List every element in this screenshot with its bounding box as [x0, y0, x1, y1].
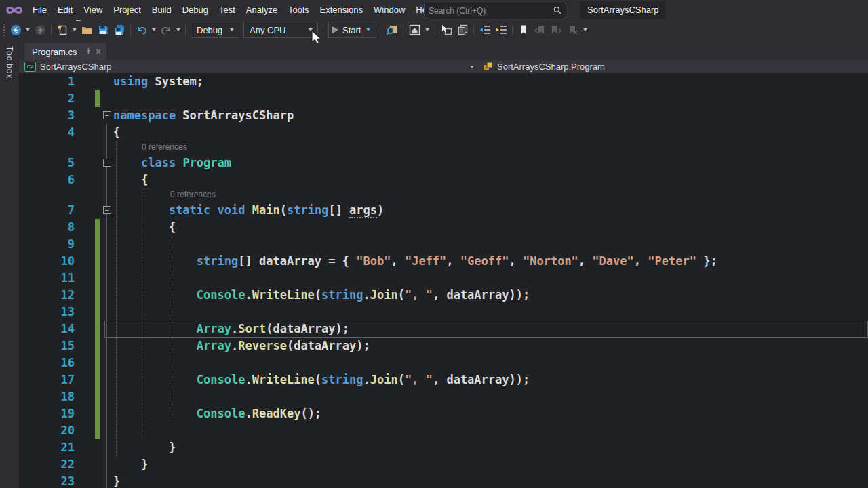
search-box[interactable]: [424, 3, 566, 18]
redo-dropdown-icon[interactable]: [176, 28, 180, 31]
type-dropdown[interactable]: SortArraysCSharp.Program: [483, 60, 605, 73]
fold-collapse-icon[interactable]: −: [103, 206, 111, 214]
indent-guide: [144, 188, 144, 439]
menu-item-extensions[interactable]: Extensions: [314, 0, 368, 20]
solution-platform-dropdown[interactable]: Any CPU: [243, 22, 318, 38]
toolbar-options-icon[interactable]: [425, 28, 429, 31]
start-debugging-button[interactable]: Start: [328, 22, 376, 38]
code-line-7[interactable]: 7− static void Main(string[] args): [19, 202, 868, 219]
toolbar-grip[interactable]: [3, 24, 5, 36]
line-number: 17: [19, 371, 75, 388]
fold-collapse-icon[interactable]: −: [103, 111, 111, 119]
code-editor[interactable]: 1using System;23−namespace SortArraysCSh…: [19, 73, 868, 488]
code-line-22[interactable]: 22 }: [19, 456, 868, 473]
code-line-17[interactable]: 17 Console.WriteLine(string.Join(", ", d…: [19, 371, 868, 388]
change-tracking-bar: [95, 304, 100, 321]
line-number: 10: [19, 253, 75, 270]
open-folder-button[interactable]: [79, 22, 95, 38]
menu-item-view[interactable]: View: [78, 0, 108, 20]
toolbar-separator: [512, 24, 513, 36]
menu-item-window[interactable]: Window: [368, 0, 410, 20]
save-button[interactable]: [95, 22, 111, 38]
line-number: 7: [19, 202, 75, 219]
change-tracking-bar: [95, 90, 100, 107]
code-line-3[interactable]: 3−namespace SortArraysCSharp: [19, 107, 868, 124]
project-dropdown[interactable]: C# SortArraysCSharp: [24, 60, 111, 73]
code-line-13[interactable]: 13: [19, 304, 868, 321]
code-line-23[interactable]: 23}: [19, 473, 868, 488]
code-line-10[interactable]: 10 string[] dataArray = { "Bob", "Jeff",…: [19, 253, 868, 270]
toolbar-overflow-icon[interactable]: [583, 28, 587, 31]
clear-bookmarks-button[interactable]: [564, 22, 580, 38]
pin-icon[interactable]: [85, 47, 92, 56]
next-bookmark-button[interactable]: [548, 22, 564, 38]
codelens-references-link[interactable]: 0 references: [170, 190, 216, 199]
line-number: 19: [19, 405, 75, 422]
line-number: 5: [19, 155, 75, 171]
code-line-16[interactable]: 16: [19, 354, 868, 371]
change-tracking-bar: [95, 253, 100, 270]
start-dropdown-icon[interactable]: [366, 28, 370, 31]
code-line-20[interactable]: 20: [19, 422, 868, 439]
solution-configuration-dropdown[interactable]: Debug: [191, 22, 239, 38]
save-all-button[interactable]: [111, 22, 127, 38]
menu-item-analyze[interactable]: Analyze: [241, 0, 283, 20]
type-name: SortArraysCSharp.Program: [497, 62, 605, 72]
menu-item-test[interactable]: Test: [214, 0, 241, 20]
code-line-4[interactable]: 4{: [19, 124, 868, 141]
navigation-bar: C# SortArraysCSharp SortArraysCSharp.Pro…: [19, 60, 868, 73]
navigate-back-dropdown-icon[interactable]: [26, 28, 30, 31]
code-line-18[interactable]: 18: [19, 388, 868, 405]
previous-bookmark-button[interactable]: [532, 22, 548, 38]
code-text: }: [113, 439, 176, 456]
toolbox-tab[interactable]: Toolbox: [5, 46, 14, 79]
tab-program-cs[interactable]: Program.cs ✕: [24, 43, 106, 60]
fold-collapse-icon[interactable]: −: [103, 159, 111, 167]
find-in-files-button[interactable]: [384, 22, 400, 38]
change-tracking-bar: [95, 338, 100, 354]
close-icon[interactable]: ✕: [95, 47, 101, 56]
copy-document-button[interactable]: [454, 22, 471, 38]
new-file-button[interactable]: [54, 22, 71, 38]
undo-button[interactable]: [134, 22, 150, 38]
code-line-6[interactable]: 6 {: [19, 171, 868, 188]
code-line-8[interactable]: 8 {: [19, 219, 868, 236]
toolbar-separator: [51, 24, 52, 36]
line-number: 23: [19, 473, 75, 488]
code-line-5[interactable]: 5− class Program: [19, 155, 868, 171]
menu-item-tools[interactable]: Tools: [283, 0, 314, 20]
code-line-11[interactable]: 11: [19, 270, 868, 287]
project-dropdown-chevron-icon[interactable]: [470, 66, 474, 68]
class-icon: [483, 62, 493, 71]
decrease-indent-button[interactable]: [477, 22, 493, 38]
code-line-12[interactable]: 12 Console.WriteLine(string.Join(", ", d…: [19, 287, 868, 304]
new-file-dropdown-icon[interactable]: [73, 28, 77, 31]
code-text: Console.WriteLine(string.Join(", ", data…: [113, 371, 530, 388]
preview-in-browser-button[interactable]: [406, 22, 422, 38]
code-line-9[interactable]: 9: [19, 236, 868, 253]
sync-with-active-document-button[interactable]: [438, 22, 454, 38]
menu-item-debug[interactable]: Debug: [177, 0, 214, 20]
redo-button[interactable]: [158, 22, 174, 38]
code-line-2[interactable]: 2: [19, 90, 868, 107]
codelens-references-link[interactable]: 0 references: [142, 142, 187, 152]
code-line-1[interactable]: 1using System;: [19, 73, 868, 90]
code-line-21[interactable]: 21 }: [19, 439, 868, 456]
menu-item-file[interactable]: File: [27, 0, 52, 20]
code-line-15[interactable]: 15 Array.Reverse(dataArray);: [19, 338, 868, 354]
increase-indent-button[interactable]: [493, 22, 509, 38]
navigate-forward-button[interactable]: [32, 22, 48, 38]
menu-item-project[interactable]: Project: [108, 0, 146, 20]
toolbar-separator: [403, 24, 403, 36]
indent-guide: [116, 141, 117, 456]
code-line-14[interactable]: 14 Array.Sort(dataArray);: [19, 321, 868, 338]
toggle-bookmark-button[interactable]: [515, 22, 532, 38]
search-input[interactable]: [425, 6, 553, 16]
line-number: 6: [19, 171, 75, 188]
code-line-19[interactable]: 19 Console.ReadKey();: [19, 405, 868, 422]
menu-item-build[interactable]: Build: [146, 0, 177, 20]
undo-dropdown-icon[interactable]: [152, 28, 156, 31]
navigate-back-button[interactable]: [7, 22, 24, 38]
menu-item-edit[interactable]: Edit: [52, 0, 78, 20]
search-icon[interactable]: [553, 5, 561, 17]
